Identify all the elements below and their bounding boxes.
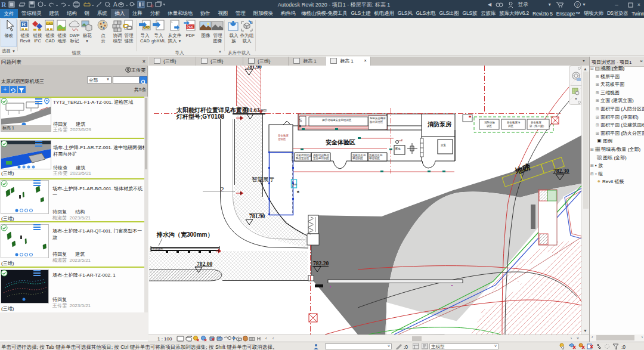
svg-text:1800: 1800 [261, 109, 267, 112]
svg-text:靡控制区: 靡控制区 [352, 156, 364, 160]
svg-text:水泵: 水泵 [441, 144, 447, 147]
svg-text:782.30: 782.30 [553, 168, 569, 174]
svg-text:控制区: 控制区 [277, 137, 286, 141]
svg-text:太阳能灯杆位置详见布置图: 太阳能灯杆位置详见布置图 [176, 107, 248, 113]
svg-text:智能安全帽体: 智能安全帽体 [370, 116, 386, 120]
svg-text:PDF: PDF [187, 25, 194, 29]
svg-text:安全体验区: 安全体验区 [326, 139, 355, 145]
svg-text:释控玄全区: 释控玄全区 [296, 156, 309, 160]
svg-text:玄全概括制区: 玄全概括制区 [313, 156, 330, 160]
svg-text:配电: 配电 [395, 147, 401, 150]
svg-text:智能: 智能 [292, 183, 297, 186]
svg-text:▼: ▼ [582, 2, 586, 7]
svg-text:R: R [22, 21, 26, 27]
svg-text:排水沟（宽300mm）: 排水沟（宽300mm） [156, 231, 213, 238]
svg-text:781.90: 781.90 [249, 213, 265, 219]
svg-text:A: A [113, 1, 117, 8]
svg-text:消防泵房: 消防泵房 [427, 121, 451, 128]
svg-text:782.00: 782.00 [197, 261, 212, 267]
svg-text:R: R [1, 1, 7, 8]
svg-text:训区: 训区 [487, 124, 493, 128]
svg-text:靡控制区: 靡控制区 [369, 156, 380, 160]
svg-text:2: 2 [221, 185, 224, 193]
svg-text:排水沟详图: 排水沟详图 [149, 247, 163, 250]
svg-text:灯杆型号;GY0108: 灯杆型号;GY0108 [176, 113, 224, 120]
svg-text:782.20: 782.20 [313, 261, 329, 267]
svg-text:御手动福建安全部特训区: 御手动福建安全部特训区 [322, 118, 352, 122]
svg-text:训（第二期）: 训（第二期） [530, 125, 546, 128]
svg-text:体验区: 体验区 [297, 190, 299, 193]
svg-text:训区: 训区 [508, 124, 514, 128]
svg-text:?: ? [576, 2, 579, 8]
svg-text:消防体验: 消防体验 [484, 120, 496, 124]
svg-text:验培训控区: 验培训控区 [370, 120, 383, 123]
